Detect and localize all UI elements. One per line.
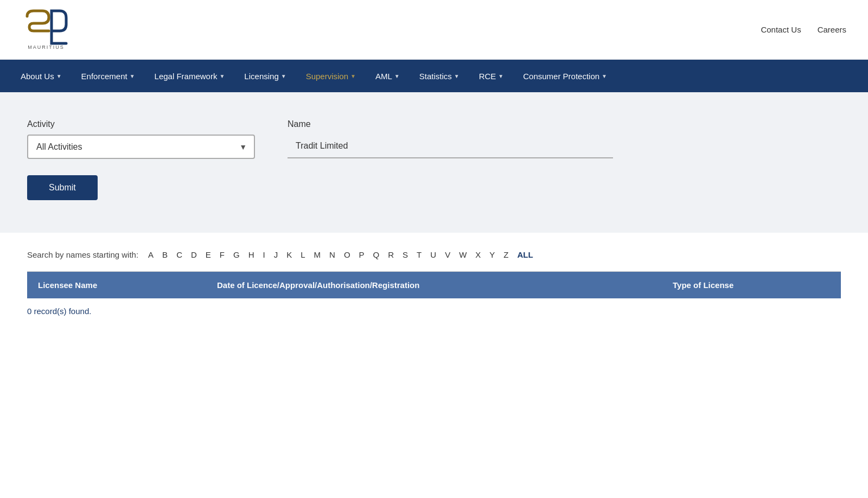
alpha-all[interactable]: ALL: [516, 249, 535, 260]
nav-arrow-rce: ▼: [498, 73, 503, 79]
nav-arrow-legal: ▼: [219, 73, 225, 79]
alphabet-row: Search by names starting with: A B C D E…: [27, 249, 841, 260]
alpha-g[interactable]: G: [232, 249, 241, 260]
alpha-p[interactable]: P: [358, 249, 366, 260]
alpha-h[interactable]: H: [247, 249, 256, 260]
alpha-e[interactable]: E: [204, 249, 213, 260]
activity-select-wrapper: All Activities Investment Dealer Investm…: [27, 135, 255, 159]
name-label: Name: [288, 119, 613, 129]
alpha-v[interactable]: V: [443, 249, 452, 260]
alpha-r[interactable]: R: [386, 249, 395, 260]
table-section: Licensee Name Date of Licence/Approval/A…: [0, 271, 868, 340]
activity-group: Activity All Activities Investment Deale…: [27, 119, 255, 159]
alpha-x[interactable]: X: [474, 249, 482, 260]
alpha-c[interactable]: C: [175, 249, 184, 260]
alpha-k[interactable]: K: [285, 249, 293, 260]
activity-select[interactable]: All Activities Investment Dealer Investm…: [27, 135, 255, 159]
alpha-d[interactable]: D: [189, 249, 199, 260]
nav-arrow-licensing: ▼: [281, 73, 286, 79]
alpha-q[interactable]: Q: [372, 249, 381, 260]
alpha-i[interactable]: I: [261, 249, 267, 260]
nav-arrow-about-us: ▼: [56, 73, 62, 79]
alphabet-section: Search by names starting with: A B C D E…: [0, 233, 868, 271]
alpha-u[interactable]: U: [429, 249, 438, 260]
alpha-n[interactable]: N: [328, 249, 337, 260]
alpha-w[interactable]: W: [457, 249, 468, 260]
nav-consumer-protection[interactable]: Consumer Protection ▼: [513, 60, 617, 92]
results-table: Licensee Name Date of Licence/Approval/A…: [27, 272, 841, 298]
alphabet-prefix: Search by names starting with:: [27, 250, 138, 259]
alpha-t[interactable]: T: [415, 249, 423, 260]
table-header-row: Licensee Name Date of Licence/Approval/A…: [27, 272, 841, 298]
svg-text:MAURITIUS: MAURITIUS: [28, 44, 65, 50]
alpha-l[interactable]: L: [299, 249, 307, 260]
nav-arrow-consumer: ▼: [602, 73, 607, 79]
logo-icon: MAURITIUS: [22, 8, 71, 52]
nav-licensing[interactable]: Licensing ▼: [234, 60, 296, 92]
alpha-m[interactable]: M: [312, 249, 323, 260]
alpha-b[interactable]: B: [161, 249, 169, 260]
col-type-of-license: Type of License: [662, 272, 841, 298]
col-licensee-name: Licensee Name: [27, 272, 206, 298]
form-section: Activity All Activities Investment Deale…: [27, 108, 841, 216]
nav-enforcement[interactable]: Enforcement ▼: [72, 60, 145, 92]
nav-aml[interactable]: AML ▼: [366, 60, 410, 92]
nav-arrow-aml: ▼: [394, 73, 400, 79]
name-group: Name: [288, 119, 613, 158]
contact-us-link[interactable]: Contact Us: [761, 25, 801, 34]
logo-area: MAURITIUS: [22, 8, 71, 52]
svg-rect-0: [24, 11, 68, 43]
submit-button[interactable]: Submit: [27, 175, 98, 200]
nav-supervision[interactable]: Supervision ▼: [296, 60, 366, 92]
main-content: Activity All Activities Investment Deale…: [0, 92, 868, 233]
name-input[interactable]: [288, 135, 613, 158]
alpha-j[interactable]: J: [272, 249, 280, 260]
nav-statistics[interactable]: Statistics ▼: [410, 60, 469, 92]
nav-legal-framework[interactable]: Legal Framework ▼: [145, 60, 235, 92]
nav-arrow-statistics: ▼: [454, 73, 459, 79]
alpha-y[interactable]: Y: [488, 249, 496, 260]
records-found: 0 record(s) found.: [27, 298, 841, 324]
top-links: Contact Us Careers: [761, 25, 846, 34]
alpha-s[interactable]: S: [401, 249, 410, 260]
nav-about-us[interactable]: About Us ▼: [11, 60, 72, 92]
nav-arrow-enforcement: ▼: [130, 73, 135, 79]
nav-rce[interactable]: RCE ▼: [469, 60, 514, 92]
alpha-o[interactable]: O: [342, 249, 352, 260]
alpha-a[interactable]: A: [146, 249, 155, 260]
top-bar: MAURITIUS Contact Us Careers: [0, 0, 868, 60]
alpha-f[interactable]: F: [218, 249, 226, 260]
activity-label: Activity: [27, 119, 255, 129]
form-row: Activity All Activities Investment Deale…: [27, 119, 841, 159]
nav-bar: About Us ▼ Enforcement ▼ Legal Framework…: [0, 60, 868, 92]
col-date: Date of Licence/Approval/Authorisation/R…: [206, 272, 662, 298]
nav-arrow-supervision: ▼: [350, 73, 356, 79]
alpha-z[interactable]: Z: [502, 249, 510, 260]
careers-link[interactable]: Careers: [818, 25, 846, 34]
